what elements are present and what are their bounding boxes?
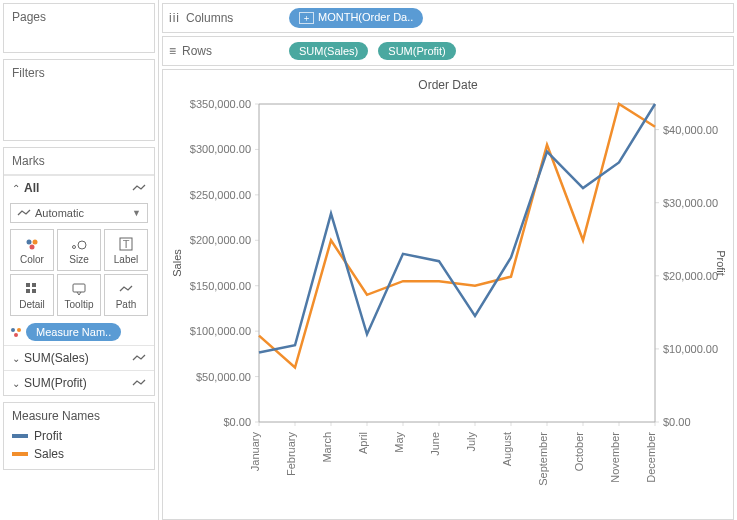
rows-pill-sales[interactable]: SUM(Sales) <box>289 42 368 60</box>
marks-tooltip-button[interactable]: Tooltip <box>57 274 101 316</box>
legend-title: Measure Names <box>12 409 146 423</box>
svg-text:$100,000.00: $100,000.00 <box>190 325 251 337</box>
label-icon: T <box>119 236 133 252</box>
svg-text:Profit: Profit <box>715 250 727 276</box>
svg-text:$200,000.00: $200,000.00 <box>190 234 251 246</box>
svg-text:September: September <box>537 432 549 486</box>
columns-icon: iii <box>169 11 180 25</box>
svg-text:$40,000.00: $40,000.00 <box>663 124 718 136</box>
svg-point-12 <box>11 328 15 332</box>
marks-path-button[interactable]: Path <box>104 274 148 316</box>
marks-sum-profit-row[interactable]: ⌄SUM(Profit) <box>4 370 154 395</box>
mark-type-dropdown[interactable]: Automatic ▼ <box>10 203 148 223</box>
filters-label: Filters <box>4 60 154 86</box>
svg-text:May: May <box>393 432 405 453</box>
marks-color-pill[interactable]: Measure Nam.. <box>26 323 121 341</box>
svg-text:December: December <box>645 432 657 483</box>
marks-size-button[interactable]: Size <box>57 229 101 271</box>
svg-text:$0.00: $0.00 <box>663 416 691 428</box>
svg-point-1 <box>33 239 38 244</box>
svg-rect-11 <box>73 284 85 292</box>
path-icon <box>119 281 133 297</box>
size-icon <box>71 236 87 252</box>
svg-text:$30,000.00: $30,000.00 <box>663 197 718 209</box>
legend-item[interactable]: Sales <box>12 445 146 463</box>
dropdown-arrow-icon: ▼ <box>132 208 141 218</box>
tooltip-icon <box>72 281 86 297</box>
svg-text:November: November <box>609 432 621 483</box>
svg-point-13 <box>17 328 21 332</box>
legend-card: Measure Names ProfitSales <box>3 402 155 470</box>
legend-swatch <box>12 434 28 438</box>
line-icon <box>132 353 146 363</box>
marks-label-button[interactable]: TLabel <box>104 229 148 271</box>
svg-text:$0.00: $0.00 <box>223 416 251 428</box>
color-icon <box>10 326 22 338</box>
svg-point-2 <box>30 244 35 249</box>
svg-point-14 <box>14 333 18 337</box>
svg-text:T: T <box>123 238 130 250</box>
rows-icon: ≡ <box>169 44 176 58</box>
columns-pill-month[interactable]: ＋MONTH(Order Da.. <box>289 8 423 28</box>
svg-text:$350,000.00: $350,000.00 <box>190 98 251 110</box>
chevron-icon: ⌄ <box>12 353 20 364</box>
svg-text:August: August <box>501 432 513 466</box>
svg-rect-8 <box>32 283 36 287</box>
svg-text:June: June <box>429 432 441 456</box>
legend-swatch <box>12 452 28 456</box>
pages-shelf[interactable]: Pages <box>3 3 155 53</box>
color-icon <box>25 236 39 252</box>
columns-shelf[interactable]: iiiColumns ＋MONTH(Order Da.. <box>162 3 734 33</box>
line-icon <box>132 183 146 193</box>
chevron-down-icon: ⌃ <box>12 183 20 194</box>
rows-pill-profit[interactable]: SUM(Profit) <box>378 42 455 60</box>
marks-color-button[interactable]: Color <box>10 229 54 271</box>
svg-text:July: July <box>465 432 477 452</box>
marks-detail-button[interactable]: Detail <box>10 274 54 316</box>
svg-text:Sales: Sales <box>171 249 183 277</box>
line-icon <box>132 378 146 388</box>
rows-shelf[interactable]: ≡Rows SUM(Sales) SUM(Profit) <box>162 36 734 66</box>
svg-text:February: February <box>285 432 297 477</box>
svg-text:January: January <box>249 432 261 472</box>
svg-text:$10,000.00: $10,000.00 <box>663 343 718 355</box>
svg-rect-7 <box>26 283 30 287</box>
marks-sum-sales-row[interactable]: ⌄SUM(Sales) <box>4 345 154 370</box>
chevron-icon: ⌄ <box>12 378 20 389</box>
svg-text:$300,000.00: $300,000.00 <box>190 143 251 155</box>
svg-rect-10 <box>32 289 36 293</box>
marks-label: Marks <box>4 148 154 175</box>
pages-label: Pages <box>4 4 154 30</box>
marks-card: Marks ⌃All Automatic ▼ Color Size TLabel… <box>3 147 155 396</box>
chart-title: Order Date <box>167 78 729 92</box>
chart-viz[interactable]: Order Date $0.00$50,000.00$100,000.00$15… <box>162 69 734 520</box>
svg-text:$150,000.00: $150,000.00 <box>190 280 251 292</box>
svg-point-0 <box>27 239 32 244</box>
svg-text:$250,000.00: $250,000.00 <box>190 189 251 201</box>
svg-text:$20,000.00: $20,000.00 <box>663 270 718 282</box>
line-icon <box>17 208 31 218</box>
marks-all-row[interactable]: ⌃All <box>4 175 154 200</box>
filters-shelf[interactable]: Filters <box>3 59 155 141</box>
svg-text:March: March <box>321 432 333 463</box>
svg-text:October: October <box>573 432 585 471</box>
svg-text:$50,000.00: $50,000.00 <box>196 371 251 383</box>
svg-rect-9 <box>26 289 30 293</box>
legend-item[interactable]: Profit <box>12 427 146 445</box>
detail-icon <box>26 281 38 297</box>
svg-point-3 <box>73 245 76 248</box>
svg-text:April: April <box>357 432 369 454</box>
svg-point-4 <box>78 241 86 249</box>
